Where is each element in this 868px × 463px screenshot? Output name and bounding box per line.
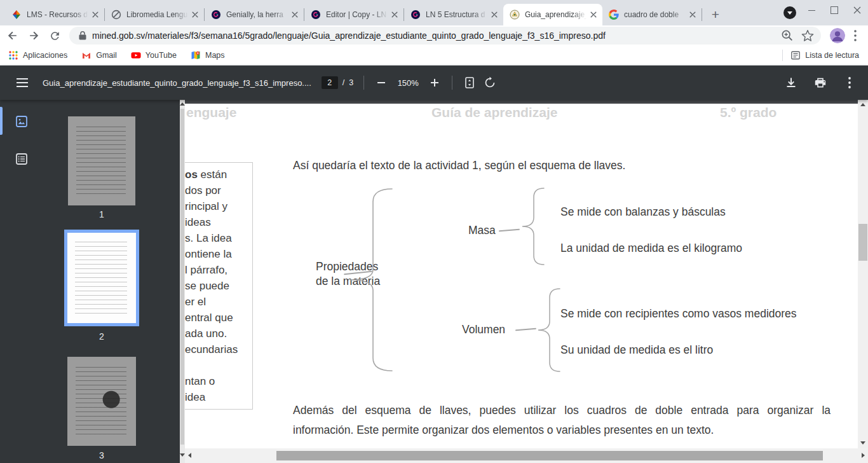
sidebar-scrollbar-thumb[interactable] [180,109,184,445]
scroll-down-arrow[interactable] [180,453,185,457]
profile-avatar[interactable] [830,28,845,43]
scroll-right-arrow[interactable] [862,453,865,458]
page-separator: / [342,78,344,87]
bookmarks-bar: AplicacionesGmailYouTubeMaps Lista de le… [0,46,868,66]
pdf-viewer-content: 123 enguaje Guía de aprendizaje 5.º grad… [0,100,868,463]
new-tab-button[interactable]: + [707,6,724,24]
window-close-button[interactable] [846,0,868,20]
tab-search-button[interactable] [783,6,796,19]
back-button[interactable] [4,27,21,44]
tab-title: LN 5 Estructura d [426,10,489,19]
scroll-left-arrow[interactable] [188,453,191,458]
zoom-indicator-icon[interactable] [780,29,794,43]
volumen-brace [537,287,561,373]
bookmark-youtube[interactable]: YouTube [128,49,179,62]
libromedia-favicon [111,10,121,20]
pdf-sidebar: 123 [0,100,185,463]
tab-close-icon[interactable] [489,10,499,20]
sidebar-scrollbar[interactable] [180,100,185,463]
page-thumbnail-2[interactable] [64,230,139,326]
masa-brace [521,187,545,266]
thumbnail-page-number: 2 [64,331,139,342]
zoom-out-button[interactable] [374,76,388,90]
window-minimize-button[interactable] [801,0,822,20]
vertical-scrollbar-thumb[interactable] [858,224,867,261]
clipped-note-box: os estándos porrincipal yideass. La idea… [185,162,253,410]
tab-close-icon[interactable] [688,10,698,20]
tab-title: LMS - Recursos d [27,10,90,19]
clipped-text-line: s. La idea [185,230,252,246]
browser-window: LMS - Recursos dLibromedia LenguGenially… [0,0,868,463]
tab-close-icon[interactable] [90,10,100,20]
elsalvador-favicon [510,10,520,20]
outro-line2: información. Este permite organizar dos … [293,420,831,440]
maps-icon [191,50,201,60]
page-thumbnail-1[interactable] [68,116,135,205]
tab-close-icon[interactable] [390,10,400,20]
rotate-button[interactable] [483,76,497,90]
divider [452,76,452,90]
genially-favicon [410,10,421,20]
horizontal-scrollbar[interactable] [185,448,868,463]
window-maximize-button[interactable] [824,0,845,20]
tab-guia-aprendizaje[interactable]: Guia_aprendizaje_ [503,4,602,25]
page-thumbnail-3[interactable] [67,357,136,446]
browser-menu-button[interactable] [849,28,862,43]
clipped-text-line: se puede [185,278,252,294]
thumbnails-view-icon[interactable] [15,115,28,128]
download-icon[interactable] [784,76,798,90]
lock-icon[interactable] [78,31,87,41]
clipped-text-line: l párrafo, [185,262,252,278]
volumen-connector-line [515,328,536,331]
scroll-up-arrow[interactable] [860,103,865,106]
bookmark-aplicaciones[interactable]: Aplicaciones [6,49,70,62]
tab-title: Editor | Copy - LN [326,10,390,19]
reading-list-area[interactable]: Lista de lectura [782,50,868,61]
google-favicon [609,10,619,20]
print-icon[interactable] [813,76,827,90]
tab-title: Libromedia Lengu [126,10,190,19]
scroll-down-arrow[interactable] [860,441,865,445]
outro-paragraph: Además del esquema de llaves, puedes uti… [293,401,831,440]
tab-close-icon[interactable] [290,10,300,20]
tab-lms-recursos-d[interactable]: LMS - Recursos d [5,4,104,25]
lms-favicon [11,10,22,20]
bookmark-star-icon[interactable] [801,29,815,43]
fit-page-button[interactable] [463,76,477,90]
genially-favicon [311,10,321,20]
branch-item: Se mide con recipientes como vasos medid… [560,307,797,321]
page-number-input[interactable]: 2 [322,76,338,89]
page-header-left: enguaje [186,105,236,120]
branch-item: La unidad de medida es el kilogramo [560,242,742,255]
bookmark-gmail[interactable]: Gmail [79,49,119,62]
tab-genially-la-herra[interactable]: Genially, la herra [205,4,304,25]
vertical-scrollbar[interactable] [858,100,868,448]
tab-ln-5-estructura-d[interactable]: LN 5 Estructura d [404,4,503,25]
forward-button[interactable] [25,27,42,44]
clipped-text-line: idea [185,389,252,405]
clipped-text-line: dos por [185,183,252,198]
tab-libromedia-lengu[interactable]: Libromedia Lengu [105,4,204,25]
branch-label-volumen: Volumen [462,323,505,336]
scroll-up-arrow[interactable] [180,102,185,106]
divider [363,76,364,90]
bookmark-label: Gmail [96,51,117,60]
tab-strip: LMS - Recursos dLibromedia LenguGenially… [0,0,868,25]
thumbnail-page-number: 1 [68,209,135,219]
address-bar[interactable]: mined.gob.sv/materiales/f3/semana16/5gra… [69,27,821,45]
clipped-text-line: entral que [185,310,252,326]
reload-button[interactable] [46,27,63,44]
tabs-container: LMS - Recursos dLibromedia LenguGenially… [5,0,724,25]
pdf-more-menu-icon[interactable] [843,76,857,90]
tab-close-icon[interactable] [190,10,200,20]
tab-title: Guia_aprendizaje_ [525,10,588,19]
horizontal-scrollbar-thumb[interactable] [276,451,823,460]
zoom-in-button[interactable] [428,76,442,90]
branch-label-masa: Masa [468,224,496,237]
tab-close-icon[interactable] [588,10,599,20]
document-outline-icon[interactable] [15,153,28,165]
tab-cuadro-de-doble[interactable]: cuadro de doble [602,4,702,25]
bookmark-maps[interactable]: Maps [188,49,227,62]
tab-editor-copy-ln[interactable]: Editor | Copy - LN [304,4,403,25]
pdf-menu-icon[interactable] [15,76,29,90]
